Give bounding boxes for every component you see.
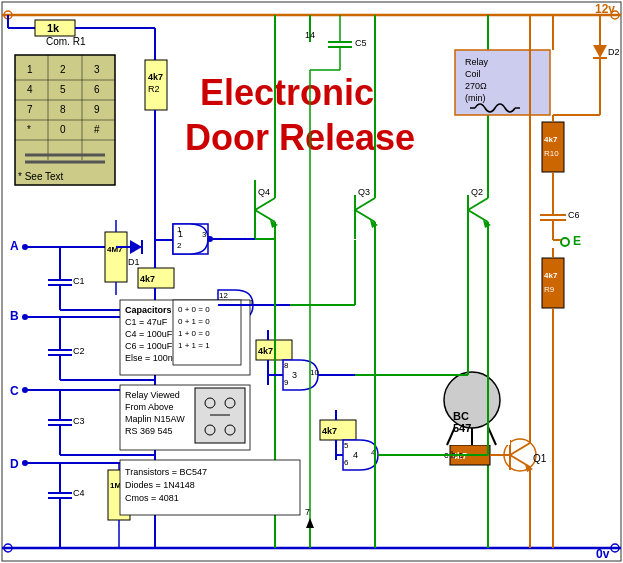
key-3[interactable]: 3	[94, 64, 100, 75]
c4-label: C4	[73, 488, 85, 498]
pin7-label: 7	[305, 507, 310, 517]
relay-viewed-label: Relay Viewed	[125, 390, 180, 400]
truth-01: 0 + 1 = 0	[178, 317, 210, 326]
v0-label: 0v	[596, 547, 610, 561]
key-hash[interactable]: #	[94, 124, 100, 135]
transistors-label: Transistors = BC547	[125, 467, 207, 477]
truth-11: 1 + 1 = 1	[178, 341, 210, 350]
key-0[interactable]: 0	[60, 124, 66, 135]
pin14-label: 14	[305, 30, 315, 40]
node-e-label: E	[573, 234, 581, 248]
r1-label: Com. R1	[46, 36, 86, 47]
diodes-label: Diodes = 1N4148	[125, 480, 195, 490]
gate4-num: 4	[353, 450, 358, 460]
truth-00: 0 + 0 = 0	[178, 305, 210, 314]
r5-value: 4k7	[140, 274, 155, 284]
relay-label: Relay	[465, 57, 489, 67]
see-text-label: * See Text	[18, 171, 64, 182]
r10-value: 4k7	[544, 135, 558, 144]
c4-val: C4 = 100uF	[125, 329, 173, 339]
gate3-pin9: 9	[284, 378, 289, 387]
c2-label: C2	[73, 346, 85, 356]
key-2[interactable]: 2	[60, 64, 66, 75]
else-val: Else = 100nF	[125, 353, 179, 363]
key-8[interactable]: 8	[60, 104, 66, 115]
svg-rect-68	[105, 232, 127, 282]
node-c-label: C	[10, 384, 19, 398]
node-d-label: D	[10, 457, 19, 471]
svg-rect-123	[542, 258, 564, 308]
cap-title: Capacitors	[125, 305, 172, 315]
node-b-label: B	[10, 309, 19, 323]
bc547-num: 547	[453, 422, 471, 434]
svg-point-26	[207, 236, 213, 242]
r1-value: 1k	[47, 22, 60, 34]
bc547-label: BC	[453, 410, 469, 422]
d1-label: D1	[128, 257, 140, 267]
key-1[interactable]: 1	[27, 64, 33, 75]
key-7[interactable]: 7	[27, 104, 33, 115]
r9-label: R9	[544, 285, 555, 294]
gate2-pin12: 12	[219, 291, 228, 300]
truth-10: 1 + 0 = 0	[178, 329, 210, 338]
cmos-label: Cmos = 4081	[125, 493, 179, 503]
v12-label: 12v	[595, 2, 615, 16]
relay-coil-label: Coil	[465, 69, 481, 79]
r6-value: 4k7	[258, 346, 273, 356]
c6-val: C6 = 100uF	[125, 341, 173, 351]
node-a-label: A	[10, 239, 19, 253]
gate3-pin8: 8	[284, 361, 289, 370]
r9-value: 4k7	[544, 271, 558, 280]
key-star[interactable]: *	[27, 124, 31, 135]
q1-label: Q1	[533, 453, 547, 464]
svg-rect-114	[542, 122, 564, 172]
relay-ohm-label: 270Ω	[465, 81, 487, 91]
key-9[interactable]: 9	[94, 104, 100, 115]
gate4-pin6: 6	[344, 458, 349, 467]
r7-value: 4k7	[322, 426, 337, 436]
gate1-pin2: 2	[177, 241, 182, 250]
r2-label: R2	[148, 84, 160, 94]
c3-label: C3	[73, 416, 85, 426]
gate1-pin3: 3	[202, 230, 207, 239]
r10-label: R10	[544, 149, 559, 158]
circuit-title: Electronic	[200, 72, 374, 113]
c5-label: C5	[355, 38, 367, 48]
key-6[interactable]: 6	[94, 84, 100, 95]
gate3-num: 3	[292, 370, 297, 380]
q3-label: Q3	[358, 187, 370, 197]
q2-label: Q2	[471, 187, 483, 197]
gate1-pin1: 1	[177, 225, 182, 234]
circuit-diagram: Electronic Door Release 12v 0v 1k Com. R…	[0, 0, 623, 563]
d2-label: D2	[608, 47, 620, 57]
circuit-subtitle: Door Release	[185, 117, 415, 158]
gate4-pin5: 5	[344, 441, 349, 450]
r2-value: 4k7	[148, 72, 163, 82]
from-above-label: From Above	[125, 402, 174, 412]
key-4[interactable]: 4	[27, 84, 33, 95]
c1-val: C1 = 47uF	[125, 317, 168, 327]
c6-label: C6	[568, 210, 580, 220]
rs-label: RS 369 545	[125, 426, 173, 436]
maplin-label: Maplin N15AW	[125, 414, 185, 424]
key-5[interactable]: 5	[60, 84, 66, 95]
q4-label: Q4	[258, 187, 270, 197]
relay-min-label: (min)	[465, 93, 486, 103]
c1-label: C1	[73, 276, 85, 286]
